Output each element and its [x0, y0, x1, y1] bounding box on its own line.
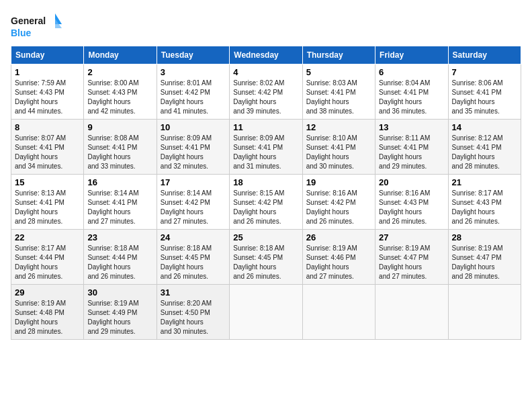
day-number: 27	[379, 232, 444, 242]
day-number: 4	[233, 67, 298, 77]
day-number: 14	[452, 122, 517, 132]
day-info: Sunrise: 8:06 AM Sunset: 4:41 PM Dayligh…	[452, 79, 517, 116]
calendar-cell: 21 Sunrise: 8:17 AM Sunset: 4:43 PM Dayl…	[448, 175, 521, 230]
calendar-cell: 12 Sunrise: 8:10 AM Sunset: 4:41 PM Dayl…	[302, 120, 375, 175]
day-number: 6	[379, 67, 444, 77]
page-header: General Blue	[11, 11, 521, 40]
day-number: 28	[452, 232, 517, 242]
day-info: Sunrise: 8:19 AM Sunset: 4:49 PM Dayligh…	[87, 299, 152, 336]
day-info: Sunrise: 8:19 AM Sunset: 4:46 PM Dayligh…	[306, 244, 371, 281]
calendar-cell: 20 Sunrise: 8:16 AM Sunset: 4:43 PM Dayl…	[375, 175, 448, 230]
calendar-cell: 5 Sunrise: 8:03 AM Sunset: 4:41 PM Dayli…	[302, 64, 375, 120]
calendar-cell: 7 Sunrise: 8:06 AM Sunset: 4:41 PM Dayli…	[448, 64, 521, 120]
day-info: Sunrise: 8:15 AM Sunset: 4:42 PM Dayligh…	[233, 189, 298, 226]
day-info: Sunrise: 8:18 AM Sunset: 4:45 PM Dayligh…	[161, 244, 226, 281]
calendar-cell: 18 Sunrise: 8:15 AM Sunset: 4:42 PM Dayl…	[230, 175, 302, 230]
calendar-cell: 31 Sunrise: 8:20 AM Sunset: 4:50 PM Dayl…	[157, 285, 229, 340]
calendar-cell: 27 Sunrise: 8:19 AM Sunset: 4:47 PM Dayl…	[375, 230, 448, 285]
svg-text:Blue: Blue	[11, 28, 32, 38]
day-info: Sunrise: 8:19 AM Sunset: 4:47 PM Dayligh…	[452, 244, 517, 281]
day-number: 3	[161, 67, 226, 77]
day-info: Sunrise: 8:09 AM Sunset: 4:41 PM Dayligh…	[161, 134, 226, 171]
calendar-cell	[448, 285, 521, 340]
day-number: 23	[87, 232, 152, 242]
day-number: 7	[452, 67, 517, 77]
day-number: 18	[233, 177, 298, 187]
day-info: Sunrise: 8:10 AM Sunset: 4:41 PM Dayligh…	[306, 134, 371, 171]
day-number: 10	[161, 122, 226, 132]
day-number: 8	[15, 122, 80, 132]
day-info: Sunrise: 8:00 AM Sunset: 4:43 PM Dayligh…	[87, 79, 152, 116]
day-info: Sunrise: 8:14 AM Sunset: 4:41 PM Dayligh…	[87, 189, 152, 226]
day-number: 22	[15, 232, 80, 242]
weekday-header-thursday: Thursday	[302, 46, 375, 64]
calendar-cell: 17 Sunrise: 8:14 AM Sunset: 4:42 PM Dayl…	[157, 175, 229, 230]
day-info: Sunrise: 8:07 AM Sunset: 4:41 PM Dayligh…	[15, 134, 80, 171]
day-number: 13	[379, 122, 444, 132]
calendar-cell: 1 Sunrise: 7:59 AM Sunset: 4:43 PM Dayli…	[11, 64, 84, 120]
calendar-cell: 30 Sunrise: 8:19 AM Sunset: 4:49 PM Dayl…	[84, 285, 157, 340]
calendar-cell: 11 Sunrise: 8:09 AM Sunset: 4:41 PM Dayl…	[230, 120, 302, 175]
weekday-header-wednesday: Wednesday	[230, 46, 302, 64]
day-info: Sunrise: 8:11 AM Sunset: 4:41 PM Dayligh…	[379, 134, 444, 171]
day-info: Sunrise: 8:14 AM Sunset: 4:42 PM Dayligh…	[161, 189, 226, 226]
day-info: Sunrise: 8:13 AM Sunset: 4:41 PM Dayligh…	[15, 189, 80, 226]
calendar-cell: 29 Sunrise: 8:19 AM Sunset: 4:48 PM Dayl…	[11, 285, 84, 340]
day-number: 30	[87, 287, 152, 298]
day-info: Sunrise: 8:03 AM Sunset: 4:41 PM Dayligh…	[306, 79, 371, 116]
calendar-cell: 19 Sunrise: 8:16 AM Sunset: 4:42 PM Dayl…	[302, 175, 375, 230]
calendar-cell: 26 Sunrise: 8:19 AM Sunset: 4:46 PM Dayl…	[302, 230, 375, 285]
calendar-cell: 15 Sunrise: 8:13 AM Sunset: 4:41 PM Dayl…	[11, 175, 84, 230]
day-number: 17	[161, 177, 226, 187]
day-number: 26	[306, 232, 371, 242]
calendar-cell: 22 Sunrise: 8:17 AM Sunset: 4:44 PM Dayl…	[11, 230, 84, 285]
day-info: Sunrise: 8:19 AM Sunset: 4:47 PM Dayligh…	[379, 244, 444, 281]
day-info: Sunrise: 8:17 AM Sunset: 4:44 PM Dayligh…	[15, 244, 80, 281]
calendar-table: SundayMondayTuesdayWednesdayThursdayFrid…	[11, 46, 521, 340]
calendar-cell	[375, 285, 448, 340]
day-info: Sunrise: 8:18 AM Sunset: 4:45 PM Dayligh…	[233, 244, 298, 281]
day-info: Sunrise: 8:04 AM Sunset: 4:41 PM Dayligh…	[379, 79, 444, 116]
svg-text:General: General	[11, 15, 46, 26]
calendar-cell: 3 Sunrise: 8:01 AM Sunset: 4:42 PM Dayli…	[157, 64, 229, 120]
day-info: Sunrise: 8:08 AM Sunset: 4:41 PM Dayligh…	[87, 134, 152, 171]
day-number: 24	[161, 232, 226, 242]
calendar-cell	[230, 285, 302, 340]
day-number: 31	[161, 287, 226, 298]
day-info: Sunrise: 8:17 AM Sunset: 4:43 PM Dayligh…	[452, 189, 517, 226]
weekday-header-sunday: Sunday	[11, 46, 84, 64]
day-number: 5	[306, 67, 371, 77]
calendar-cell: 23 Sunrise: 8:18 AM Sunset: 4:44 PM Dayl…	[84, 230, 157, 285]
day-info: Sunrise: 8:01 AM Sunset: 4:42 PM Dayligh…	[161, 79, 226, 116]
day-info: Sunrise: 8:16 AM Sunset: 4:42 PM Dayligh…	[306, 189, 371, 226]
calendar-cell: 4 Sunrise: 8:02 AM Sunset: 4:42 PM Dayli…	[230, 64, 302, 120]
weekday-header-friday: Friday	[375, 46, 448, 64]
day-info: Sunrise: 8:09 AM Sunset: 4:41 PM Dayligh…	[233, 134, 298, 171]
weekday-header-monday: Monday	[84, 46, 157, 64]
day-number: 19	[306, 177, 371, 187]
day-info: Sunrise: 8:19 AM Sunset: 4:48 PM Dayligh…	[15, 299, 80, 336]
day-number: 16	[87, 177, 152, 187]
calendar-cell: 25 Sunrise: 8:18 AM Sunset: 4:45 PM Dayl…	[230, 230, 302, 285]
day-number: 29	[15, 287, 80, 298]
calendar-cell	[302, 285, 375, 340]
weekday-header-saturday: Saturday	[448, 46, 521, 64]
day-info: Sunrise: 8:18 AM Sunset: 4:44 PM Dayligh…	[87, 244, 152, 281]
calendar-cell: 2 Sunrise: 8:00 AM Sunset: 4:43 PM Dayli…	[84, 64, 157, 120]
calendar-cell: 16 Sunrise: 8:14 AM Sunset: 4:41 PM Dayl…	[84, 175, 157, 230]
calendar-cell: 13 Sunrise: 8:11 AM Sunset: 4:41 PM Dayl…	[375, 120, 448, 175]
calendar-cell: 14 Sunrise: 8:12 AM Sunset: 4:41 PM Dayl…	[448, 120, 521, 175]
calendar-cell: 24 Sunrise: 8:18 AM Sunset: 4:45 PM Dayl…	[157, 230, 229, 285]
day-info: Sunrise: 8:20 AM Sunset: 4:50 PM Dayligh…	[161, 299, 226, 336]
calendar-cell: 28 Sunrise: 8:19 AM Sunset: 4:47 PM Dayl…	[448, 230, 521, 285]
day-number: 2	[87, 67, 152, 77]
calendar-cell: 6 Sunrise: 8:04 AM Sunset: 4:41 PM Dayli…	[375, 64, 448, 120]
day-number: 25	[233, 232, 298, 242]
day-info: Sunrise: 7:59 AM Sunset: 4:43 PM Dayligh…	[15, 79, 80, 116]
day-number: 9	[87, 122, 152, 132]
weekday-header-tuesday: Tuesday	[157, 46, 229, 64]
day-number: 1	[15, 67, 80, 77]
day-number: 20	[379, 177, 444, 187]
day-info: Sunrise: 8:16 AM Sunset: 4:43 PM Dayligh…	[379, 189, 444, 226]
day-number: 12	[306, 122, 371, 132]
